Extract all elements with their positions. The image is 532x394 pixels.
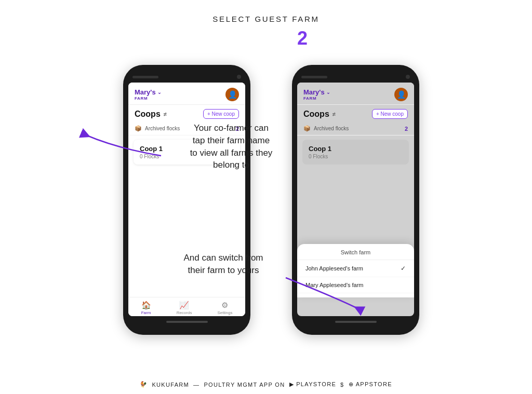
footer-app: ⊕ APPSTORE bbox=[349, 381, 392, 388]
coop-card-right[interactable]: Coop 1 0 Flocks bbox=[302, 140, 409, 165]
annotation-1: Your co-farmer can tap their farm-name t… bbox=[161, 122, 301, 171]
new-coop-button-right[interactable]: + New coop bbox=[372, 109, 408, 119]
farm-name-block-left[interactable]: Mary's ⌄ FARM bbox=[135, 88, 162, 101]
coops-header-left: Coops ≠ + New coop bbox=[128, 105, 245, 122]
new-coop-button-left[interactable]: + New coop bbox=[203, 109, 239, 119]
bottom-nav-left: 🏠 Farm 📈 Records ⚙ Settings bbox=[128, 297, 245, 316]
settings-icon-left: ⚙ bbox=[221, 301, 228, 310]
footer-dash: — bbox=[193, 382, 200, 388]
sheet-item-1-label: John Appleseed's farm bbox=[305, 265, 363, 271]
farm-name-text-left: Mary's bbox=[135, 88, 156, 96]
coop-flocks-right: 0 Flocks bbox=[309, 154, 403, 159]
farm-label-right: FARM bbox=[303, 96, 330, 101]
speaker-right bbox=[301, 76, 327, 78]
farm-name-text-right: Mary's bbox=[303, 88, 325, 96]
footer-play: ▶ PLAYSTORE bbox=[289, 381, 337, 388]
home-indicator-right bbox=[335, 321, 377, 323]
checkmark-icon: ✓ bbox=[401, 265, 406, 272]
phone-right: Mary's ⌄ FARM 👤 Coops ≠ + New coop bbox=[292, 65, 419, 335]
filter-icon-right: ≠ bbox=[332, 111, 336, 117]
sheet-item-2-label: Mary Appleseed's farm bbox=[305, 282, 364, 288]
app-header-left: Mary's ⌄ FARM 👤 bbox=[128, 83, 245, 105]
avatar-right: 👤 bbox=[394, 88, 408, 101]
archived-label-right: Archived flocks bbox=[314, 126, 349, 131]
records-icon-left: 📈 bbox=[179, 301, 189, 310]
coops-title-text-right: Coops bbox=[303, 110, 329, 119]
step-number: 2 bbox=[297, 28, 308, 49]
filter-icon-left: ≠ bbox=[164, 111, 167, 117]
camera-right bbox=[406, 75, 410, 79]
footer-logo: 🐓 bbox=[140, 381, 148, 388]
footer-desc: POULTRY MGMT APP ON bbox=[204, 382, 285, 388]
coop-name-right: Coop 1 bbox=[309, 145, 403, 153]
home-indicator-left bbox=[166, 321, 208, 323]
arrows-svg bbox=[0, 55, 532, 350]
phone-left: Mary's ⌄ FARM 👤 Coops ≠ + New coop bbox=[123, 65, 250, 335]
nav-settings-left[interactable]: ⚙ Settings bbox=[218, 301, 233, 315]
archive-icon-right: 📦 bbox=[303, 125, 311, 132]
sheet-title: Switch farm bbox=[297, 249, 414, 260]
sheet-item-2[interactable]: Mary Appleseed's farm bbox=[297, 277, 414, 293]
footer-sep: $ bbox=[340, 382, 344, 388]
sheet-item-1[interactable]: John Appleseed's farm ✓ bbox=[297, 260, 414, 277]
speaker-left bbox=[132, 76, 158, 78]
farm-name-block-right[interactable]: Mary's ⌄ FARM bbox=[303, 88, 330, 101]
archived-row-right[interactable]: 📦 Archived flocks 2 bbox=[297, 122, 414, 135]
switch-farm-sheet: Switch farm John Appleseed's farm ✓ Mary… bbox=[297, 244, 414, 297]
app-header-right: Mary's ⌄ FARM 👤 bbox=[297, 83, 414, 105]
screen-right: Mary's ⌄ FARM 👤 Coops ≠ + New coop bbox=[297, 83, 414, 316]
nav-settings-label-left: Settings bbox=[218, 310, 233, 315]
footer-brand: KUKUFARM bbox=[152, 382, 189, 388]
chevron-icon-left: ⌄ bbox=[157, 90, 162, 95]
nav-records-left[interactable]: 📈 Records bbox=[177, 301, 192, 315]
page-title: SELECT GUEST FARM bbox=[212, 15, 319, 23]
nav-farm-left[interactable]: 🏠 Farm bbox=[141, 301, 151, 315]
avatar-left: 👤 bbox=[225, 88, 239, 101]
footer: 🐓 KUKUFARM — POULTRY MGMT APP ON ▶ PLAYS… bbox=[140, 381, 392, 388]
annotation-2: And can switch from their farm to yours bbox=[161, 252, 286, 277]
archived-count-right: 2 bbox=[405, 126, 408, 132]
farm-label-left: FARM bbox=[135, 96, 162, 101]
camera-left bbox=[237, 75, 241, 79]
archive-icon-left: 📦 bbox=[135, 125, 142, 132]
nav-records-label-left: Records bbox=[177, 310, 192, 315]
coops-title-text-left: Coops bbox=[135, 110, 161, 119]
screen-left: Mary's ⌄ FARM 👤 Coops ≠ + New coop bbox=[128, 83, 245, 316]
chevron-icon-right: ⌄ bbox=[326, 90, 330, 95]
nav-farm-label-left: Farm bbox=[141, 310, 151, 315]
coops-header-right: Coops ≠ + New coop bbox=[297, 105, 414, 122]
home-icon-left: 🏠 bbox=[141, 301, 151, 310]
